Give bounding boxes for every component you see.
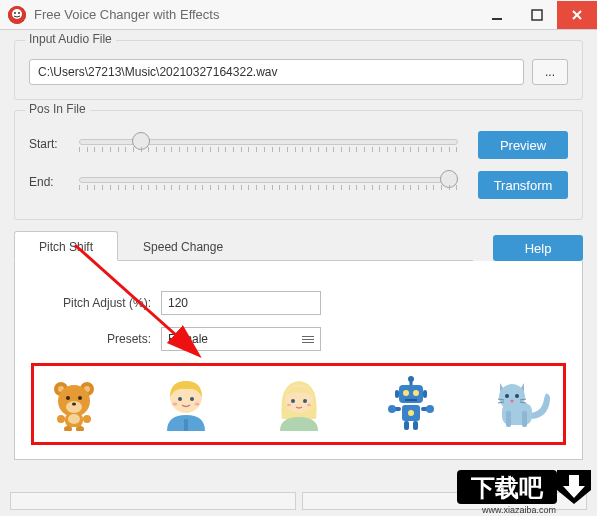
svg-text:下载吧: 下载吧: [470, 474, 544, 501]
svg-point-40: [403, 390, 409, 396]
start-label: Start:: [29, 137, 79, 151]
pitch-adjust-label: Pitch Adjust (%):: [31, 296, 161, 310]
presets-value: Female: [168, 332, 208, 346]
input-audio-legend: Input Audio File: [25, 32, 116, 46]
start-slider[interactable]: [79, 129, 458, 159]
svg-rect-38: [395, 390, 399, 398]
preset-robot-icon[interactable]: [381, 374, 441, 434]
presets-icons-box: [31, 363, 566, 445]
title-bar: Free Voice Changer with Effects: [0, 0, 597, 30]
input-file-path[interactable]: [29, 59, 524, 85]
svg-point-21: [83, 415, 91, 423]
svg-point-3: [18, 12, 20, 14]
svg-rect-42: [405, 399, 417, 401]
svg-point-55: [505, 394, 509, 398]
app-logo-icon: [8, 6, 26, 24]
tab-bar: Pitch Shift Speed Change: [14, 230, 473, 261]
svg-point-44: [408, 410, 414, 416]
preset-cat-icon[interactable]: [493, 374, 553, 434]
svg-rect-52: [506, 411, 511, 427]
status-cell-left: [10, 492, 296, 510]
tab-speed-change[interactable]: Speed Change: [118, 231, 248, 261]
browse-button[interactable]: ...: [532, 59, 568, 85]
close-button[interactable]: [557, 1, 597, 29]
svg-point-32: [303, 399, 307, 403]
svg-point-27: [190, 397, 194, 401]
input-audio-group: Input Audio File ...: [14, 40, 583, 100]
transform-button[interactable]: Transform: [478, 171, 568, 199]
svg-point-47: [388, 405, 396, 413]
watermark-logo: 下载吧 www.xiazaiba.com: [457, 466, 597, 516]
window-title: Free Voice Changer with Effects: [34, 7, 477, 22]
end-slider[interactable]: [79, 167, 458, 197]
preset-bear-icon[interactable]: [44, 374, 104, 434]
svg-point-20: [57, 415, 65, 423]
help-button[interactable]: Help: [493, 235, 583, 261]
maximize-button[interactable]: [517, 1, 557, 29]
svg-rect-24: [184, 419, 188, 431]
svg-point-57: [511, 400, 514, 403]
svg-point-48: [426, 405, 434, 413]
svg-point-33: [287, 404, 291, 407]
svg-rect-39: [423, 390, 427, 398]
svg-point-2: [14, 12, 16, 14]
preset-boy-icon[interactable]: [156, 374, 216, 434]
pos-in-file-group: Pos In File Start: End:: [14, 110, 583, 220]
end-label: End:: [29, 175, 79, 189]
svg-point-16: [78, 396, 82, 400]
svg-rect-53: [522, 411, 527, 427]
svg-rect-4: [492, 18, 502, 20]
pitch-adjust-input[interactable]: [161, 291, 321, 315]
svg-point-41: [413, 390, 419, 396]
svg-point-31: [291, 399, 295, 403]
svg-text:www.xiazaiba.com: www.xiazaiba.com: [481, 505, 556, 515]
svg-point-15: [66, 396, 70, 400]
svg-point-34: [307, 404, 311, 407]
svg-point-17: [72, 403, 76, 406]
svg-point-56: [515, 394, 519, 398]
svg-point-54: [499, 384, 525, 410]
preset-girl-icon[interactable]: [269, 374, 329, 434]
tab-content: Pitch Adjust (%): Presets: Female: [14, 261, 583, 460]
minimize-button[interactable]: [477, 1, 517, 29]
combo-menu-icon: [302, 336, 314, 343]
presets-combo[interactable]: Female: [161, 327, 321, 351]
svg-rect-49: [404, 421, 409, 430]
svg-point-26: [178, 397, 182, 401]
svg-point-28: [173, 403, 178, 406]
presets-label: Presets:: [31, 332, 161, 346]
svg-point-29: [195, 403, 200, 406]
tab-pitch-shift[interactable]: Pitch Shift: [14, 231, 118, 261]
svg-rect-50: [413, 421, 418, 430]
svg-rect-5: [532, 10, 542, 20]
preview-button[interactable]: Preview: [478, 131, 568, 159]
svg-point-19: [68, 414, 80, 424]
pos-in-file-legend: Pos In File: [25, 102, 90, 116]
